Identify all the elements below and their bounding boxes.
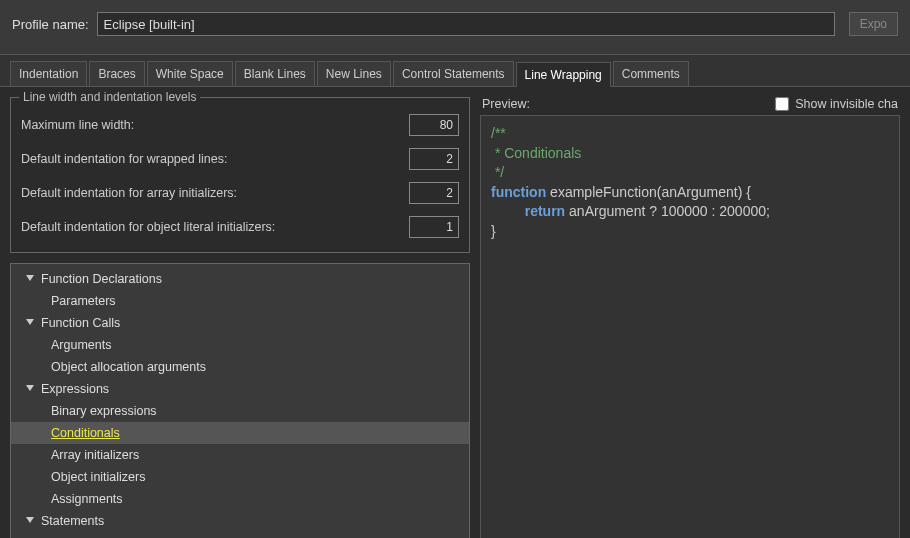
tree-item-label: Object initializers <box>51 468 145 486</box>
max-line-width-input[interactable] <box>409 114 459 136</box>
tree-item-label: Expressions <box>41 380 109 398</box>
preview-code: /** * Conditionals */ function exampleFu… <box>480 115 900 538</box>
tab-braces[interactable]: Braces <box>89 61 144 86</box>
tree-item-expressions[interactable]: Expressions <box>11 378 469 400</box>
max-line-width-label: Maximum line width: <box>21 118 134 132</box>
tab-comments[interactable]: Comments <box>613 61 689 86</box>
tab-line-wrapping[interactable]: Line Wrapping <box>516 62 611 87</box>
tree-item-function-declarations[interactable]: Function Declarations <box>11 268 469 290</box>
tree-item-label: Assignments <box>51 490 123 508</box>
tree-item-label: Object allocation arguments <box>51 358 206 376</box>
tab-control-statements[interactable]: Control Statements <box>393 61 514 86</box>
tree-item-function-calls[interactable]: Function Calls <box>11 312 469 334</box>
show-invisible-label: Show invisible cha <box>795 97 898 111</box>
fieldset-legend: Line width and indentation levels <box>19 90 200 104</box>
tree-item-label: Compact 'if else' <box>51 534 142 538</box>
chevron-down-icon[interactable] <box>25 385 35 393</box>
tree-item-label: Function Declarations <box>41 270 162 288</box>
export-button[interactable]: Expo <box>849 12 898 36</box>
tab-bar: IndentationBracesWhite SpaceBlank LinesN… <box>0 55 910 87</box>
tree-item-conditionals[interactable]: Conditionals <box>11 422 469 444</box>
line-width-fieldset: Line width and indentation levels Maximu… <box>10 97 470 253</box>
profile-panel: Profile name: Expo <box>0 0 910 55</box>
tree-item-array-initializers[interactable]: Array initializers <box>11 444 469 466</box>
indent-wrapped-input[interactable] <box>409 148 459 170</box>
tree-item-statements[interactable]: Statements <box>11 510 469 532</box>
tree-item-label: Array initializers <box>51 446 139 464</box>
tree-item-label: Binary expressions <box>51 402 157 420</box>
chevron-down-icon[interactable] <box>25 275 35 283</box>
tab-blank-lines[interactable]: Blank Lines <box>235 61 315 86</box>
tab-white-space[interactable]: White Space <box>147 61 233 86</box>
indent-array-input[interactable] <box>409 182 459 204</box>
indent-object-label: Default indentation for object literal i… <box>21 220 275 234</box>
indent-array-label: Default indentation for array initialize… <box>21 186 237 200</box>
profile-name-input[interactable] <box>97 12 835 36</box>
tree-item-label: Arguments <box>51 336 111 354</box>
chevron-down-icon[interactable] <box>25 517 35 525</box>
tree-item-assignments[interactable]: Assignments <box>11 488 469 510</box>
tree-item-compact-if-else-[interactable]: Compact 'if else' <box>11 532 469 538</box>
show-invisible-checkbox-wrap[interactable]: Show invisible cha <box>775 97 898 111</box>
chevron-down-icon[interactable] <box>25 319 35 327</box>
tree-item-label: Conditionals <box>51 424 120 442</box>
indent-object-input[interactable] <box>409 216 459 238</box>
show-invisible-checkbox[interactable] <box>775 97 789 111</box>
tree-item-parameters[interactable]: Parameters <box>11 290 469 312</box>
indent-wrapped-label: Default indentation for wrapped lines: <box>21 152 227 166</box>
tree-item-binary-expressions[interactable]: Binary expressions <box>11 400 469 422</box>
tree-item-object-allocation-arguments[interactable]: Object allocation arguments <box>11 356 469 378</box>
tab-new-lines[interactable]: New Lines <box>317 61 391 86</box>
category-tree: Function DeclarationsParametersFunction … <box>10 263 470 538</box>
tab-indentation[interactable]: Indentation <box>10 61 87 86</box>
tree-item-label: Statements <box>41 512 104 530</box>
preview-label: Preview: <box>482 97 530 111</box>
profile-name-label: Profile name: <box>12 17 89 32</box>
tree-item-label: Function Calls <box>41 314 120 332</box>
tree-item-object-initializers[interactable]: Object initializers <box>11 466 469 488</box>
tree-item-arguments[interactable]: Arguments <box>11 334 469 356</box>
tree-item-label: Parameters <box>51 292 116 310</box>
